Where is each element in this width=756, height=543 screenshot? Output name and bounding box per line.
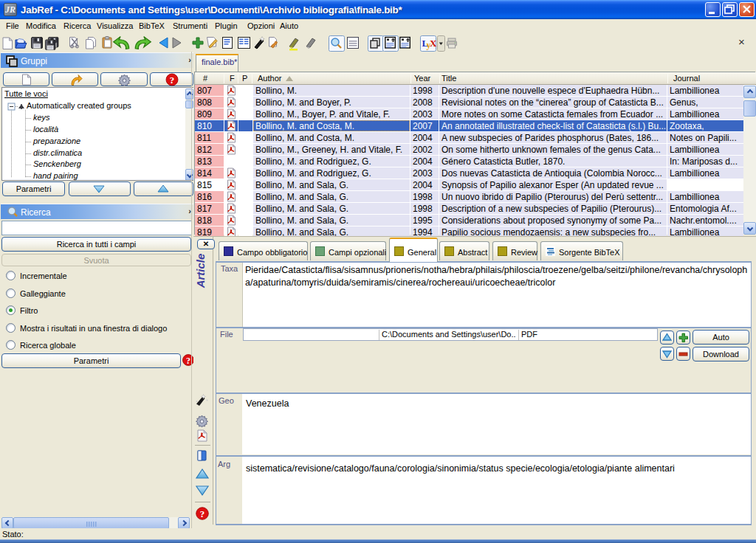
- svg-text:?: ?: [186, 356, 190, 366]
- svg-text:?: ?: [200, 508, 205, 519]
- svg-text:?: ?: [170, 75, 175, 86]
- svg-text:X: X: [430, 38, 437, 49]
